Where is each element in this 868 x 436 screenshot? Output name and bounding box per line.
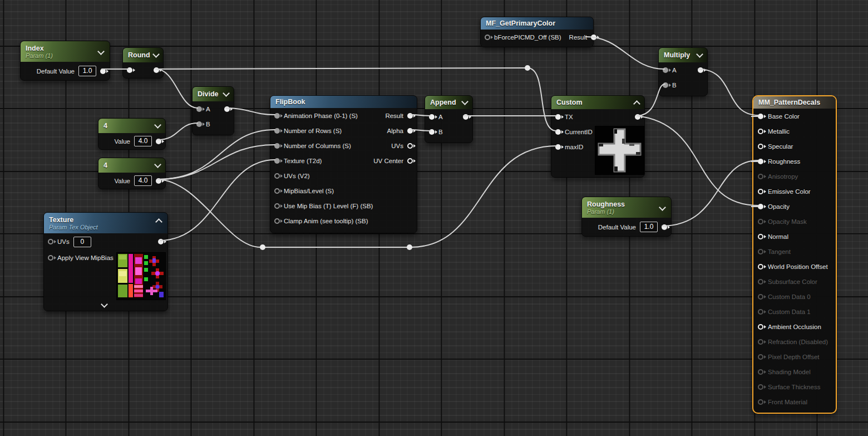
maxid-input-pin[interactable] <box>555 144 561 150</box>
uv-center-output-pin[interactable] <box>407 158 413 164</box>
node-mf-header[interactable]: MF_GetPrimaryColor <box>481 17 593 30</box>
pin-label: Front Material <box>768 399 807 405</box>
metallic-input-pin[interactable] <box>758 129 763 134</box>
normal-input-pin[interactable] <box>758 234 763 239</box>
input-pin[interactable] <box>274 128 280 134</box>
node-multiply-header[interactable]: Multiply <box>659 48 707 62</box>
node-constant4-bottom[interactable]: 4 Value 4.0 <box>98 158 166 189</box>
input-pin[interactable] <box>274 143 280 149</box>
node-constant4-top-header[interactable]: 4 <box>98 119 165 133</box>
node-mm-patterndecals[interactable]: MM_PatternDecals Base Color Metallic Spe… <box>752 95 837 414</box>
roughness-input-pin[interactable] <box>758 159 763 164</box>
pin-label: A <box>206 106 210 112</box>
wire-texture-to-flipbook-texture[interactable] <box>160 160 275 241</box>
currentid-input-pin[interactable] <box>555 129 561 135</box>
default-value-label: Default Value <box>598 224 636 231</box>
input-pin[interactable] <box>274 113 280 119</box>
node-flipbook-header[interactable]: FlipBook <box>270 96 417 108</box>
node-roughness[interactable]: Roughness Param (1) Default Value 1.0 <box>581 197 672 237</box>
reroute-node[interactable] <box>525 65 530 71</box>
node-round-header[interactable]: Round <box>123 48 163 62</box>
node-roughness-header[interactable]: Roughness Param (1) <box>582 197 671 218</box>
wire-custom-to-mm-opacity[interactable] <box>637 116 758 205</box>
node-multiply[interactable]: Multiply A B <box>658 47 708 96</box>
output-pin[interactable] <box>463 114 468 120</box>
node-index[interactable]: Index Param (1) Default Value 1.0 <box>20 41 110 81</box>
node-append[interactable]: Append A B <box>425 95 473 143</box>
reroute-node[interactable] <box>260 244 265 250</box>
wire-four-bottom-to-flipbook-rows[interactable] <box>158 130 275 179</box>
node-custom[interactable]: Custom TX CurrentID maxID <box>551 95 645 178</box>
input-pin[interactable] <box>485 35 490 40</box>
default-value-input[interactable]: 1.0 <box>640 222 658 232</box>
node-append-header[interactable]: Append <box>425 96 472 109</box>
wire-roughness-to-mm-roughness[interactable] <box>662 160 758 226</box>
node-constant4-bottom-header[interactable]: 4 <box>98 158 165 173</box>
chevron-down-icon[interactable] <box>223 90 230 97</box>
mipbias-input-pin[interactable] <box>48 255 53 261</box>
node-flipbook[interactable]: FlipBook Animation Phase (0-1) (S) Resul… <box>270 95 417 233</box>
pin-label: Opacity Mask <box>768 218 807 225</box>
node-title: MF_GetPrimaryColor <box>486 19 555 27</box>
node-divide[interactable]: Divide A B <box>192 86 234 135</box>
chevron-down-icon[interactable] <box>696 51 703 58</box>
wire-mf-result-to-multiply-a[interactable] <box>586 37 664 69</box>
alpha-output-pin[interactable] <box>407 128 413 134</box>
node-custom-header[interactable]: Custom <box>551 96 644 109</box>
chevron-down-icon[interactable] <box>154 121 161 129</box>
input-pin-b[interactable] <box>429 129 435 135</box>
pin-label: CurrentID <box>565 129 593 135</box>
chevron-down-icon[interactable] <box>152 51 160 58</box>
uvs-output-pin[interactable] <box>407 143 413 149</box>
input-pin-a[interactable] <box>663 67 668 73</box>
result-output-pin[interactable] <box>407 113 413 119</box>
output-pin[interactable] <box>158 239 164 244</box>
chevron-down-icon[interactable] <box>154 161 161 168</box>
wire-four-bottom-to-flipbook-columns[interactable] <box>158 145 275 179</box>
emissive-color-input-pin[interactable] <box>758 189 763 194</box>
uvs-value-input[interactable]: 0 <box>73 237 91 247</box>
input-pin[interactable] <box>274 203 280 209</box>
input-pin[interactable] <box>274 173 280 179</box>
wire-reroute2-to-custom-maxid[interactable] <box>411 146 556 247</box>
node-constant4-top[interactable]: 4 Value 4.0 <box>98 118 166 150</box>
wire-round-to-reroute[interactable] <box>156 68 526 69</box>
node-texture[interactable]: Texture Param Tex Object UVs 0 Apply Vie… <box>43 212 168 311</box>
output-pin[interactable] <box>698 67 703 73</box>
node-mm-header[interactable]: MM_PatternDecals <box>753 96 836 109</box>
reroute-node[interactable] <box>407 244 412 250</box>
output-pin[interactable] <box>154 67 159 73</box>
node-texture-header[interactable]: Texture Param Tex Object <box>44 213 167 233</box>
node-index-header[interactable]: Index Param (1) <box>21 41 110 62</box>
chevron-up-icon[interactable] <box>633 100 640 107</box>
chevron-up-icon[interactable] <box>155 218 162 226</box>
chevron-down-icon[interactable] <box>461 98 468 105</box>
expand-pins-chevron-icon[interactable] <box>101 301 108 308</box>
specular-input-pin[interactable] <box>758 144 763 149</box>
value-input[interactable]: 4.0 <box>134 175 152 186</box>
input-pin-a[interactable] <box>196 106 202 112</box>
opacity-input-pin[interactable] <box>758 204 763 209</box>
input-pin[interactable] <box>274 188 280 194</box>
value-input[interactable]: 4.0 <box>134 136 152 146</box>
input-pin[interactable] <box>127 67 132 73</box>
node-round[interactable]: Round <box>122 47 164 79</box>
input-pin-a[interactable] <box>429 114 435 120</box>
world-position-offset-input-pin[interactable] <box>758 264 763 270</box>
chevron-down-icon[interactable] <box>97 48 105 55</box>
ambient-occlusion-input-pin[interactable] <box>758 324 763 330</box>
input-pin[interactable] <box>274 218 280 224</box>
pin-label: Ambient Occlusion <box>768 324 821 330</box>
base-color-input-pin[interactable] <box>758 114 763 119</box>
tx-input-pin[interactable] <box>555 114 561 120</box>
output-pin[interactable] <box>662 224 667 230</box>
graph-canvas[interactable]: Index Param (1) Default Value 1.0 Round … <box>0 0 868 436</box>
chevron-down-icon[interactable] <box>659 204 666 211</box>
output-pin[interactable] <box>224 106 230 112</box>
default-value-input[interactable]: 1.0 <box>78 66 96 76</box>
input-pin-b[interactable] <box>196 121 202 127</box>
node-divide-header[interactable]: Divide <box>193 87 234 101</box>
uvs-input-pin[interactable] <box>48 239 53 244</box>
input-pin[interactable] <box>274 158 280 164</box>
node-mf-getprimarycolor[interactable]: MF_GetPrimaryColor bForcePICMD_Off (SB) … <box>480 17 594 47</box>
